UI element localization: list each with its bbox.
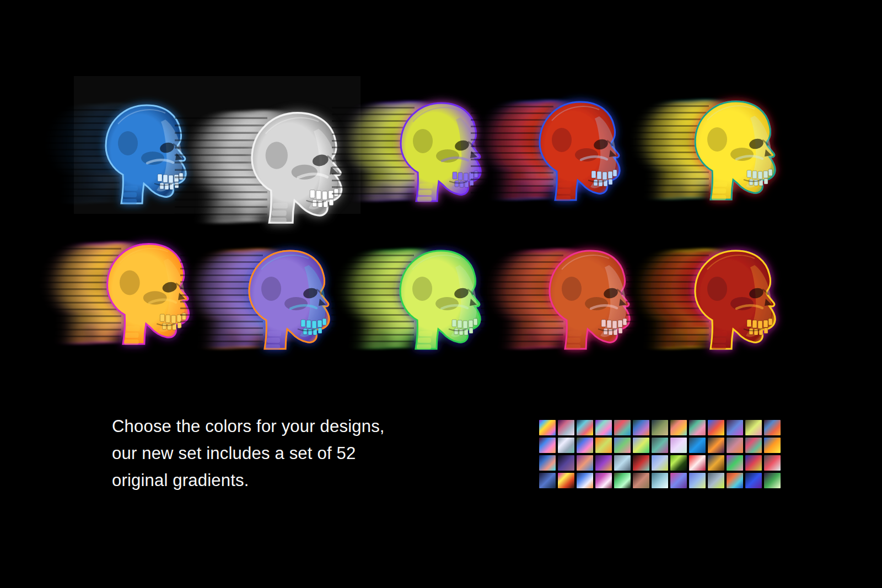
skull-xray-pink-coral <box>481 234 646 360</box>
skull-grid <box>0 0 882 402</box>
skull-svg <box>626 234 792 360</box>
gradient-swatch-43 <box>595 473 612 488</box>
gradient-swatch-37 <box>727 455 743 471</box>
skull-svg <box>481 234 646 360</box>
skull-xray-green-lime <box>331 234 497 360</box>
gradient-swatch-31 <box>614 455 631 471</box>
gradient-swatch-34 <box>670 455 687 471</box>
gradient-swatch-42 <box>577 473 593 488</box>
gradient-swatch-6 <box>633 420 649 435</box>
gradient-swatch-14 <box>539 438 556 453</box>
gradient-swatch-30 <box>595 455 612 471</box>
gradient-swatch-52 <box>764 473 781 488</box>
gradient-swatch-24 <box>727 438 743 453</box>
gradient-swatch-25 <box>745 438 762 453</box>
gradient-swatch-51 <box>745 473 762 488</box>
gradient-swatch-8 <box>670 420 687 435</box>
gradient-swatch-3 <box>577 420 593 435</box>
gradient-swatch-26 <box>764 438 781 453</box>
gradient-swatch-45 <box>633 473 649 488</box>
gradient-swatch-32 <box>633 455 649 471</box>
gradient-swatch-22 <box>689 438 706 453</box>
caption-line-3: original gradients. <box>112 467 443 494</box>
skull-xray-magenta-crimson <box>626 234 792 360</box>
gradient-swatch-44 <box>614 473 631 488</box>
caption: Choose the colors for your designs, our … <box>112 413 443 494</box>
gradient-swatch-47 <box>670 473 687 488</box>
gradient-swatch-18 <box>614 438 631 453</box>
gradient-swatch-27 <box>539 455 556 471</box>
gradient-swatch-2 <box>558 420 574 435</box>
gradient-swatch-13 <box>764 420 781 435</box>
caption-line-1: Choose the colors for your designs, <box>112 413 443 440</box>
gradient-swatch-50 <box>727 473 743 488</box>
gradient-swatch-16 <box>577 438 593 453</box>
gradient-swatch-4 <box>595 420 612 435</box>
gradient-swatch-46 <box>652 473 668 488</box>
gradient-swatch-5 <box>614 420 631 435</box>
gradient-swatch-9 <box>689 420 706 435</box>
gradient-swatch-28 <box>558 455 574 471</box>
promo-image: Choose the colors for your designs, our … <box>0 0 882 588</box>
skull-svg <box>626 84 792 211</box>
gradient-swatch-35 <box>689 455 706 471</box>
gradient-swatch-7 <box>652 420 668 435</box>
gradient-swatch-48 <box>689 473 706 488</box>
gradient-swatch-29 <box>577 455 593 471</box>
skull-xray-red-teal-yellow <box>626 84 792 211</box>
gradient-swatch-12 <box>745 420 762 435</box>
gradient-swatch-10 <box>708 420 724 435</box>
gradient-swatch-39 <box>764 455 781 471</box>
gradient-swatch-20 <box>652 438 668 453</box>
gradient-swatch-17 <box>595 438 612 453</box>
gradient-swatch-40 <box>539 473 556 488</box>
caption-line-2: our new set includes a set of 52 <box>112 440 443 467</box>
gradient-swatch-15 <box>558 438 574 453</box>
skull-svg <box>331 234 497 360</box>
gradient-swatch-41 <box>558 473 574 488</box>
gradient-swatch-1 <box>539 420 556 435</box>
skull-xray-blue-red <box>471 85 636 212</box>
gradient-swatch-38 <box>745 455 762 471</box>
gradient-swatch-33 <box>652 455 668 471</box>
gradient-swatch-36 <box>708 455 724 471</box>
skull-svg <box>471 85 636 212</box>
skull-svg <box>180 234 346 360</box>
gradient-swatch-11 <box>727 420 743 435</box>
gradient-swatch-23 <box>708 438 724 453</box>
skull-xray-blue-orange-cyan <box>180 234 346 360</box>
gradient-swatch-21 <box>670 438 687 453</box>
gradient-swatch-49 <box>708 473 724 488</box>
gradient-swatch-grid <box>539 420 781 488</box>
gradient-swatch-19 <box>633 438 649 453</box>
